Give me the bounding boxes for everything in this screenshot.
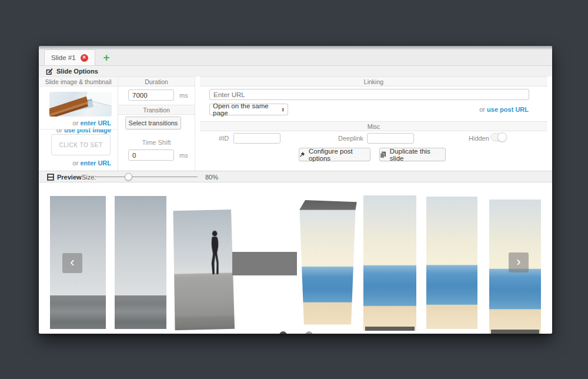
tab-label: Slide #1 bbox=[51, 54, 76, 61]
linking-header: Linking bbox=[200, 77, 547, 87]
slide-strip-businessman bbox=[173, 210, 235, 330]
time-shift-unit: ms bbox=[179, 152, 188, 159]
add-slide-button[interactable]: + bbox=[95, 49, 118, 65]
image-column-header: Slide image & thumbnail bbox=[39, 77, 118, 87]
linking-misc-column: Linking Open on the same page ▲▼ or use … bbox=[195, 77, 552, 171]
preview-toolbar: Preview Size: 80% bbox=[39, 171, 552, 182]
preview-size-value: 80% bbox=[205, 174, 218, 181]
use-post-url-row: or use post URL bbox=[479, 106, 529, 113]
configure-post-options-label: Configure post options bbox=[309, 148, 370, 162]
image-column: Slide image & thumbnail or enter URL or … bbox=[39, 77, 118, 171]
transition-block bbox=[232, 252, 297, 275]
chevron-right-icon: › bbox=[516, 254, 520, 270]
misc-header: Misc bbox=[200, 121, 547, 131]
pagination-dot[interactable] bbox=[305, 331, 313, 334]
enter-url-link[interactable]: enter URL bbox=[80, 119, 111, 127]
transition-header: Transition bbox=[118, 105, 195, 115]
strip-bottom-edge bbox=[365, 327, 415, 331]
tab-slide-1[interactable]: Slide #1 ✕ bbox=[44, 49, 95, 65]
slide-tabbar: Slide #1 ✕ + bbox=[39, 49, 552, 66]
prev-arrow-button[interactable]: ‹ bbox=[62, 253, 82, 273]
enter-url-row: or enter URL bbox=[73, 119, 111, 127]
select-transitions-button[interactable]: Select transitions bbox=[125, 117, 181, 129]
strip-bottom-edge bbox=[491, 330, 540, 334]
duplicate-icon bbox=[380, 151, 386, 158]
slide-strip-beach-2 bbox=[426, 197, 477, 329]
use-post-image-row: or use post image bbox=[56, 127, 111, 134]
hidden-toggle[interactable] bbox=[490, 133, 506, 141]
select-stepper-icon: ▲▼ bbox=[282, 107, 285, 112]
use-post-image-link[interactable]: use post image bbox=[64, 127, 111, 134]
id-input[interactable] bbox=[233, 133, 280, 144]
slide-options-header: Slide Options bbox=[39, 66, 552, 77]
duration-input[interactable] bbox=[128, 89, 174, 101]
timing-column: Duration ms Transition Select transition… bbox=[118, 77, 195, 171]
duration-header: Duration bbox=[118, 77, 195, 87]
pagination-dot-active[interactable] bbox=[279, 331, 287, 334]
time-shift-input[interactable] bbox=[128, 149, 174, 161]
enter-url-link-2[interactable]: enter URL bbox=[80, 159, 111, 167]
duration-unit: ms bbox=[179, 92, 188, 99]
size-label: Size: bbox=[82, 174, 96, 181]
duplicate-slide-button[interactable]: Duplicate this slide bbox=[379, 148, 446, 161]
slide-strip-beach-1 bbox=[363, 195, 416, 331]
slide-options-body: Slide image & thumbnail or enter URL or … bbox=[39, 77, 552, 171]
edit-icon bbox=[46, 68, 53, 75]
next-arrow-button[interactable]: › bbox=[509, 252, 529, 272]
plus-icon: + bbox=[103, 51, 110, 64]
chevron-left-icon: ‹ bbox=[70, 255, 74, 270]
use-post-url-link[interactable]: use post URL bbox=[487, 106, 529, 113]
or-text: or bbox=[73, 159, 79, 167]
link-target-select[interactable]: Open on the same page ▲▼ bbox=[209, 104, 288, 115]
duplicate-slide-label: Duplicate this slide bbox=[390, 148, 445, 162]
preview-size-slider-track[interactable] bbox=[96, 177, 198, 177]
delete-slide-icon[interactable]: ✕ bbox=[81, 54, 88, 62]
id-label: #ID bbox=[219, 135, 229, 142]
preview-size-slider-handle[interactable] bbox=[125, 173, 132, 181]
slide-thumbnail[interactable] bbox=[49, 92, 112, 117]
hidden-label: Hidden bbox=[469, 135, 489, 142]
click-to-set-box[interactable]: CLICK TO SET bbox=[51, 134, 111, 155]
or-text: or bbox=[73, 119, 79, 127]
enter-url-row-2: or enter URL bbox=[73, 159, 111, 167]
slide-editor-panel: Slide #1 ✕ + Slide Options Slide image &… bbox=[39, 46, 552, 334]
deeplink-label: Deeplink bbox=[338, 135, 363, 142]
or-text: or bbox=[479, 106, 485, 113]
configure-post-options-button[interactable]: Configure post options bbox=[299, 148, 370, 161]
businessman-silhouette bbox=[205, 230, 223, 276]
pushpin-icon bbox=[299, 151, 305, 158]
page-background: Slide #1 ✕ + Slide Options Slide image &… bbox=[0, 0, 588, 379]
deeplink-input[interactable] bbox=[367, 133, 414, 144]
toggle-knob bbox=[497, 132, 507, 142]
or-text: or bbox=[56, 127, 62, 134]
film-icon bbox=[47, 174, 54, 181]
slider-preview-area: ‹ › bbox=[39, 183, 552, 334]
link-url-input[interactable] bbox=[209, 89, 529, 100]
slide-strip-2 bbox=[115, 196, 166, 329]
preview-label: Preview bbox=[57, 174, 82, 181]
slide-options-title: Slide Options bbox=[56, 68, 98, 75]
column-divider bbox=[39, 129, 118, 129]
slide-strip-3d-box bbox=[296, 200, 359, 328]
time-shift-label: Time Shift bbox=[118, 139, 195, 146]
link-target-value: Open on the same page bbox=[213, 102, 282, 117]
